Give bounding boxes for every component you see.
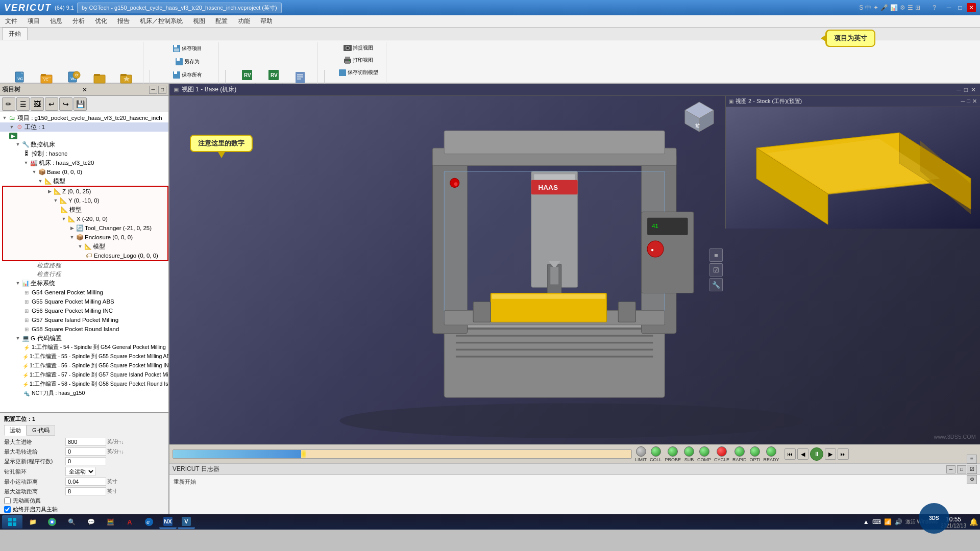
log-nav-btn-2[interactable]: □ (957, 465, 966, 473)
tree-op56[interactable]: ⚡ 1:工作编置 - 56 - Spindle 到 G56 Square Poc… (0, 361, 168, 370)
tree-gcode-group[interactable]: ▼ 💻 G-代码编置 (0, 334, 168, 343)
taskbar-vericut-btn[interactable]: V (178, 515, 195, 529)
config-checkbox-no-anim[interactable] (4, 497, 11, 504)
config-tab-motion[interactable]: 运动 (4, 425, 27, 436)
config-input-mindist[interactable] (65, 478, 106, 486)
save-cut-model-button[interactable]: 保存切削模型 (335, 67, 382, 78)
tree-enclosure-logo[interactable]: 🏷 Enclosure_Logo (0, 0, 0) (3, 251, 167, 260)
menu-project[interactable]: 项目 (22, 16, 45, 27)
saveall-button[interactable]: 保存所有 (169, 69, 206, 81)
tree-play-btn[interactable]: ▶ (9, 133, 17, 139)
viewport1-minimize[interactable]: ─ (957, 86, 961, 93)
tree-base[interactable]: ▼ 📦 Base (0, 0, 0) (0, 167, 168, 177)
menu-report[interactable]: 报告 (112, 16, 135, 27)
log-icon-3[interactable]: ⚙ (967, 475, 977, 484)
tree-coord-system[interactable]: ▼ 📊 坐标系统 (0, 279, 168, 288)
tree-tool-edit-btn[interactable]: ✏ (2, 97, 15, 111)
viewport1-close[interactable]: ✕ (971, 86, 976, 93)
tree-toggle-coord[interactable]: ▼ (14, 280, 21, 287)
print-view-button[interactable]: 打印视图 (340, 55, 377, 66)
tree-op58[interactable]: ⚡ 1:工作编置 - 58 - Spindle 到 G58 Square Poc… (0, 380, 168, 389)
tree-toggle-enc[interactable]: ▼ (68, 234, 76, 241)
menu-function[interactable]: 功能 (233, 16, 255, 27)
taskbar-chat-btn[interactable]: 💬 (82, 515, 100, 529)
tree-cnc[interactable]: ▼ 🔧 数控机床 (0, 140, 168, 149)
tree-tool-save-btn[interactable]: 💾 (74, 97, 87, 111)
taskbar-start-btn[interactable] (2, 515, 22, 529)
taskbar-ie-btn[interactable]: e (140, 515, 158, 529)
nav-prev-btn[interactable]: ◀ (797, 448, 808, 460)
nav-next-btn[interactable]: ▶ (825, 448, 836, 460)
tree-model-group[interactable]: ▼ 📐 模型 (0, 177, 168, 186)
menu-view[interactable]: 视图 (188, 16, 210, 27)
tree-toggle-root[interactable]: ▼ (1, 114, 8, 121)
log-icon-2[interactable]: ☑ (967, 465, 977, 474)
tree-enclosure[interactable]: ▼ 📦 Enclosure (0, 0, 0) (3, 233, 167, 242)
tree-area[interactable]: ▼ 🗂 项目 : g150_pocket_cycle_haas_vf3_tc20… (0, 112, 168, 412)
right-icon-3[interactable]: 🔧 (709, 278, 723, 291)
view-cube[interactable]: 前 (684, 101, 715, 132)
tree-g56[interactable]: ⊞ G56 Square Pocket Milling INC (0, 306, 168, 315)
tree-workstation[interactable]: ▼ ⚙ 工位 : 1 (0, 122, 168, 132)
maximize-button[interactable]: □ (955, 3, 965, 12)
menu-optimize[interactable]: 优化 (90, 16, 112, 27)
taskbar-search-btn[interactable]: 🔍 (62, 515, 81, 529)
left-panel-close-icon[interactable]: ✕ (82, 86, 87, 93)
config-select-drill[interactable]: 全运动 (65, 467, 95, 476)
tree-op54[interactable]: ⚡ 1:工作编置 - 54 - Spindle 到 G54 General Po… (0, 343, 168, 352)
tree-op57[interactable]: ⚡ 1:工作编置 - 57 - Spindle 到 G57 Square Isl… (0, 370, 168, 380)
tree-g58[interactable]: ⊞ G58 Square Pocket Round Island (0, 324, 168, 334)
tree-tool-redo-btn[interactable]: ↪ (59, 97, 72, 111)
tree-toggle-tc[interactable]: ▶ (68, 224, 76, 232)
taskbar-calc-btn[interactable]: 🧮 (101, 515, 119, 529)
tree-inspection-prog[interactable]: 检查行程 (0, 270, 168, 279)
menu-config[interactable]: 配置 (210, 16, 233, 27)
help-icon[interactable]: ? (933, 4, 936, 11)
config-input-maxfeed[interactable] (65, 438, 106, 446)
ribbon-tab-start[interactable]: 开始 (2, 28, 28, 40)
taskbar-nx-btn[interactable]: NX (159, 515, 177, 529)
save-project-button[interactable]: 保存项目 (169, 42, 206, 55)
tree-g57[interactable]: ⊞ G57 Square Island Pocket Milling (0, 315, 168, 324)
tree-control[interactable]: 🎛 控制 : hascnc (0, 149, 168, 158)
viewport2-close[interactable]: ✕ (972, 98, 977, 105)
config-input-display[interactable] (65, 457, 106, 465)
saveas-button[interactable]: 另存为 (172, 56, 203, 68)
tree-tool-image-btn[interactable]: 🖼 (31, 97, 44, 111)
tree-machine[interactable]: ▼ 🏭 机床 : haas_vf3_tc20 (0, 158, 168, 167)
tree-y-axis[interactable]: ▼ 📐 Y (0, -10, 0) (3, 196, 167, 205)
panel-minimize-btn[interactable]: ─ (149, 86, 157, 94)
tree-toggle-base[interactable]: ▼ (31, 168, 38, 176)
tree-nct[interactable]: 🔩 NCT刀具 : haas_g150 (0, 389, 168, 398)
tree-toggle-gcode[interactable]: ▼ (14, 335, 21, 342)
viewport1-maximize[interactable]: □ (964, 86, 968, 93)
config-input-maxturn[interactable] (65, 447, 106, 456)
tree-model-y[interactable]: 📐 模型 (3, 205, 167, 214)
nav-to-start-btn[interactable]: ⏮ (785, 448, 796, 460)
capture-view-button[interactable]: 捕捉视图 (340, 42, 377, 54)
minimize-button[interactable]: ─ (944, 3, 953, 12)
taskbar-acrobat-btn[interactable]: A (120, 515, 139, 529)
tree-tool-list-btn[interactable]: ☰ (16, 97, 30, 111)
menu-machine[interactable]: 机床／控制系统 (135, 16, 188, 27)
menu-analysis[interactable]: 分析 (67, 16, 90, 27)
close-button[interactable]: ✕ (967, 3, 976, 12)
tree-toggle-y[interactable]: ▼ (52, 197, 59, 204)
taskbar-folder-btn[interactable]: 📁 (23, 515, 42, 529)
tree-z-axis[interactable]: ▶ 📐 Z (0, 0, 25) (3, 187, 167, 196)
tree-g54[interactable]: ⊞ G54 General Pocket Milling (0, 288, 168, 297)
right-icon-2[interactable]: ☑ (709, 263, 723, 277)
panel-expand-btn[interactable]: □ (158, 86, 166, 94)
nav-pause-btn[interactable]: ⏸ (810, 447, 823, 461)
tree-toggle-cnc[interactable]: ▼ (14, 141, 21, 148)
log-icon-1[interactable]: ≡ (967, 455, 977, 464)
menu-file[interactable]: 文件 (0, 16, 22, 27)
tree-model-enc[interactable]: ▼ 📐 模型 (3, 242, 167, 251)
notification-icon[interactable]: 🔔 (969, 518, 978, 526)
stock-3d-view[interactable] (726, 107, 980, 229)
tree-toggle-z[interactable]: ▶ (46, 188, 53, 195)
machine-3d-view[interactable]: HAAS 41 ● (169, 96, 980, 444)
tree-g55[interactable]: ⊞ G55 Square Pocket Milling ABS (0, 297, 168, 306)
viewport2-minimize[interactable]: ─ (961, 98, 965, 105)
tree-toggle-workstation[interactable]: ▼ (8, 123, 15, 131)
